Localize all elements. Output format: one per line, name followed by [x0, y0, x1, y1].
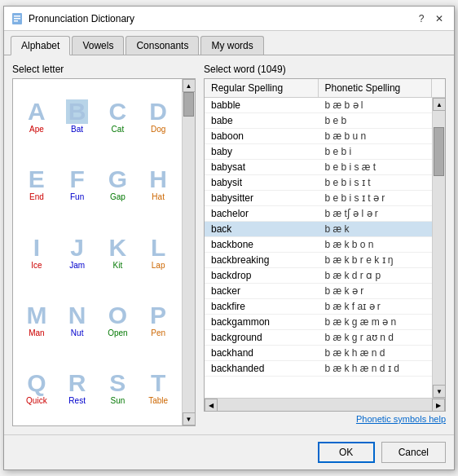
word-Table: Table: [148, 396, 168, 405]
letter-A: A: [28, 99, 46, 124]
ok-button[interactable]: OK: [318, 442, 375, 463]
letter-D: D: [149, 99, 167, 124]
svg-rect-3: [14, 20, 18, 22]
alpha-cell-J[interactable]: J Jam: [60, 236, 95, 270]
alpha-cell-Q[interactable]: Q Quick: [20, 371, 54, 405]
left-scrollbar[interactable]: ▲ ▼: [182, 79, 195, 425]
table-row[interactable]: babysitb e b i s ɪ t: [205, 175, 432, 191]
letter-G: G: [108, 167, 127, 192]
tab-alphabet[interactable]: Alphabet: [11, 36, 70, 55]
table-row[interactable]: backgroundb æ k g r aʊ n d: [205, 330, 432, 346]
alpha-cell-S[interactable]: S Sun: [100, 371, 134, 405]
letter-O: O: [108, 303, 127, 328]
word-Fun: Fun: [70, 192, 84, 201]
select-letter-label: Select letter: [12, 64, 196, 75]
word-Pen: Pen: [151, 328, 165, 337]
col-phonetic: Phonetic Spelling: [319, 79, 433, 97]
table-row[interactable]: babyb e b i: [205, 144, 432, 160]
table-body: babbleb æ b ə l babeb e b baboonb æ b u …: [205, 98, 445, 398]
horizontal-scrollbar[interactable]: ◀ ▶: [205, 398, 445, 411]
letter-Q: Q: [27, 371, 46, 395]
table-row[interactable]: babbleb æ b ə l: [205, 98, 432, 113]
right-scroll-down[interactable]: ▼: [433, 385, 445, 398]
word-End: End: [29, 192, 44, 201]
table-row[interactable]: backerb æ k ə r: [205, 284, 432, 299]
alpha-cell-L[interactable]: L Lap: [141, 236, 175, 270]
word-Rest: Rest: [68, 396, 86, 405]
right-scroll-thumb[interactable]: [434, 127, 444, 176]
scroll-right-btn[interactable]: ▶: [432, 399, 445, 412]
alpha-cell-C[interactable]: C Cat: [100, 99, 134, 134]
alpha-cell-N[interactable]: N Nut: [60, 303, 95, 337]
word-Ape: Ape: [29, 125, 44, 134]
tab-bar: Alphabet Vowels Consonants My words: [4, 31, 454, 55]
word-table: Regular Spelling Phonetic Spelling babbl…: [204, 78, 446, 412]
alpha-cell-G[interactable]: G Gap: [100, 167, 134, 201]
content-area: Select letter A Ape B Bat C: [4, 55, 454, 434]
word-Sun: Sun: [110, 396, 125, 405]
table-row-selected[interactable]: backb æ k: [205, 222, 432, 237]
alpha-row-2: E End F Fun G Gap H Hat: [16, 150, 178, 218]
word-Lap: Lap: [152, 261, 165, 270]
phonetic-help-link[interactable]: Phonetic symbols help: [204, 412, 446, 426]
alpha-cell-A[interactable]: A Ape: [20, 99, 54, 134]
alpha-cell-O[interactable]: O Open: [100, 303, 134, 337]
cancel-button[interactable]: Cancel: [381, 442, 446, 463]
letter-R: R: [68, 371, 86, 395]
alpha-cell-B[interactable]: B Bat: [60, 99, 95, 134]
letter-F: F: [69, 167, 84, 192]
right-scroll-up[interactable]: ▲: [433, 98, 445, 111]
tab-consonants[interactable]: Consonants: [126, 36, 199, 55]
word-Hat: Hat: [152, 192, 165, 201]
title-bar-left: Pronunciation Dictionary: [11, 12, 134, 25]
scroll-down-btn[interactable]: ▼: [183, 412, 196, 425]
table-row[interactable]: backdropb æ k d r ɑ p: [205, 268, 432, 284]
table-header: Regular Spelling Phonetic Spelling: [205, 79, 445, 98]
title-bar: Pronunciation Dictionary ? ✕: [4, 7, 454, 31]
right-scrollbar[interactable]: ▲ ▼: [432, 98, 445, 398]
scroll-up-btn[interactable]: ▲: [183, 79, 196, 92]
alpha-cell-F[interactable]: F Fun: [60, 167, 95, 201]
alpha-row-3: I Ice J Jam K Kit L Lap: [16, 218, 178, 286]
alpha-cell-I[interactable]: I Ice: [20, 236, 54, 270]
alphabet-box: A Ape B Bat C Cat D Dog: [12, 78, 196, 426]
table-row[interactable]: babysatb e b i s æ t: [205, 160, 432, 175]
svg-rect-2: [14, 18, 20, 20]
word-Man: Man: [29, 328, 44, 337]
scroll-thumb[interactable]: [183, 92, 194, 117]
alpha-row-1: A Ape B Bat C Cat D Dog: [16, 82, 178, 150]
table-row[interactable]: babeb e b: [205, 113, 432, 129]
scroll-left-btn[interactable]: ◀: [205, 399, 218, 412]
table-row[interactable]: backfireb æ k f aɪ ə r: [205, 299, 432, 315]
alpha-cell-K[interactable]: K Kit: [100, 236, 134, 270]
letter-S: S: [109, 371, 126, 395]
table-row[interactable]: baboonb æ b u n: [205, 129, 432, 144]
left-panel: Select letter A Ape B Bat C: [12, 64, 196, 426]
alpha-cell-P[interactable]: P Pen: [141, 303, 175, 337]
table-row[interactable]: backhandedb æ k h æ n d ɪ d: [205, 361, 432, 377]
alpha-cell-H[interactable]: H Hat: [141, 167, 175, 201]
book-icon: [11, 12, 24, 25]
svg-rect-1: [14, 15, 20, 17]
alpha-cell-M[interactable]: M Man: [20, 303, 54, 337]
dialog-window: Pronunciation Dictionary ? ✕ Alphabet Vo…: [3, 6, 455, 470]
alpha-cell-D[interactable]: D Dog: [141, 99, 175, 134]
letter-J: J: [70, 236, 84, 260]
letter-K: K: [109, 236, 127, 260]
alpha-cell-R[interactable]: R Rest: [60, 371, 95, 405]
table-row[interactable]: bachelorb æ tʃ ə l ə r: [205, 206, 432, 222]
alpha-cell-E[interactable]: E End: [20, 167, 54, 201]
tab-vowels[interactable]: Vowels: [72, 36, 124, 55]
table-row[interactable]: backgammonb æ k g æ m ə n: [205, 315, 432, 330]
alpha-cell-T[interactable]: T Table: [141, 371, 175, 405]
word-Gap: Gap: [110, 192, 126, 201]
table-row[interactable]: babysitterb e b i s ɪ t ə r: [205, 191, 432, 206]
table-row[interactable]: backbreakingb æ k b r e k ɪ ŋ: [205, 253, 432, 268]
word-Quick: Quick: [26, 396, 47, 405]
table-row[interactable]: backboneb æ k b o n: [205, 237, 432, 253]
table-row[interactable]: backhandb æ k h æ n d: [205, 346, 432, 361]
tab-mywords[interactable]: My words: [200, 36, 263, 55]
word-Nut: Nut: [71, 328, 84, 337]
help-button[interactable]: ?: [413, 11, 429, 27]
close-button[interactable]: ✕: [431, 11, 447, 27]
